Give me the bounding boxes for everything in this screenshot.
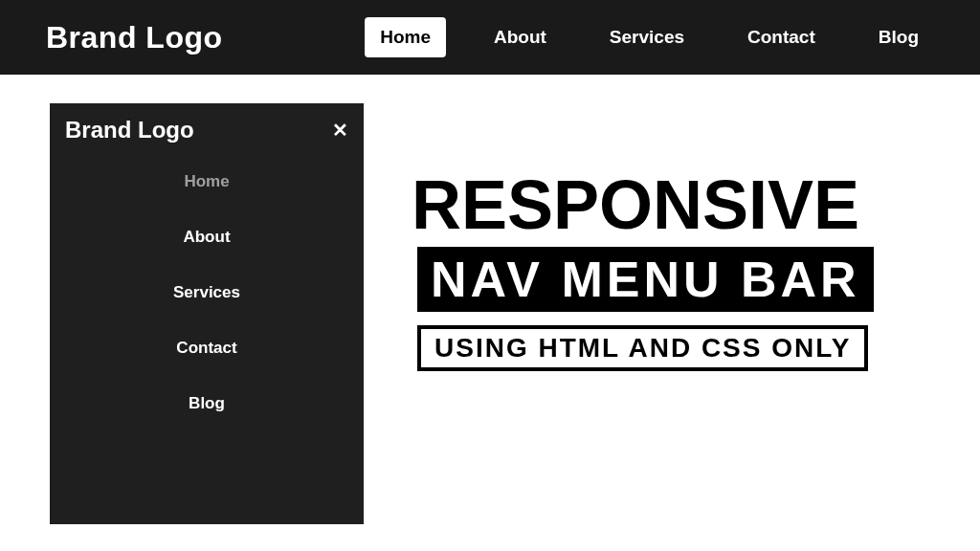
nav-link-about[interactable]: About <box>479 17 562 57</box>
mobile-menu-header: Brand Logo ✕ <box>65 117 348 143</box>
nav-links: Home About Services Contact Blog <box>365 17 934 57</box>
hero-heading-line3: USING HTML AND CSS ONLY <box>417 325 868 371</box>
hero-heading-line1: RESPONSIVE <box>412 172 859 237</box>
nav-link-contact[interactable]: Contact <box>732 17 831 57</box>
mobile-link-blog[interactable]: Blog <box>189 394 225 413</box>
mobile-link-about[interactable]: About <box>183 228 230 247</box>
mobile-link-contact[interactable]: Contact <box>176 339 236 358</box>
nav-link-home[interactable]: Home <box>365 17 446 57</box>
hero-section: RESPONSIVE NAV MENU BAR USING HTML AND C… <box>412 172 874 371</box>
top-nav: Brand Logo Home About Services Contact B… <box>0 0 980 75</box>
nav-link-services[interactable]: Services <box>594 17 700 57</box>
hero-heading-line2: NAV MENU BAR <box>417 247 874 312</box>
brand-logo: Brand Logo <box>46 20 223 55</box>
mobile-menu-panel: Brand Logo ✕ Home About Services Contact… <box>50 103 364 524</box>
mobile-brand-logo: Brand Logo <box>65 117 194 143</box>
mobile-link-home[interactable]: Home <box>184 172 229 191</box>
nav-link-blog[interactable]: Blog <box>863 17 934 57</box>
mobile-nav-links: Home About Services Contact Blog <box>65 172 348 413</box>
mobile-link-services[interactable]: Services <box>173 283 240 302</box>
close-icon[interactable]: ✕ <box>332 121 348 140</box>
